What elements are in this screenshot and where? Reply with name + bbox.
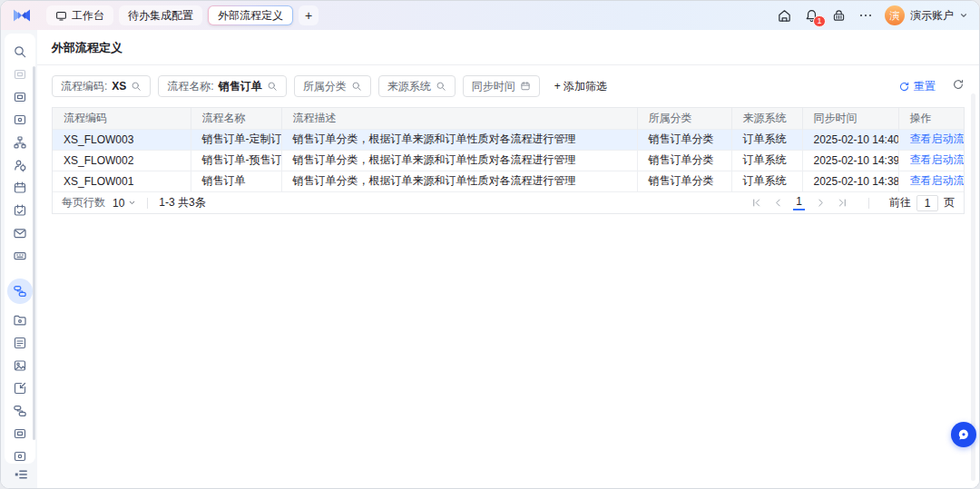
home-icon[interactable]: [776, 7, 792, 24]
tab-label: 工作台: [72, 8, 104, 24]
pager: 1 前往 页: [750, 195, 955, 211]
rows-per-page-label: 每页行数: [62, 195, 105, 210]
search-icon[interactable]: [7, 40, 33, 63]
filter-sync-time[interactable]: 同步时间: [463, 75, 540, 97]
filter-process-name[interactable]: 流程名称: 销售订单: [158, 75, 286, 97]
tab-todo-integration-config[interactable]: 待办集成配置: [119, 5, 202, 25]
view-start-process-link[interactable]: 查看启动流程: [910, 174, 965, 187]
app-window-icon[interactable]: [7, 85, 33, 108]
calendar-icon: [520, 81, 531, 92]
view-start-process-link[interactable]: 查看启动流程: [910, 132, 965, 145]
chevron-down-icon: [959, 11, 968, 20]
goto-page: 前往 页: [889, 195, 955, 211]
more-icon[interactable]: [858, 7, 874, 24]
calendar-check-icon[interactable]: [7, 199, 33, 221]
col-header-category: 所属分类: [637, 108, 731, 129]
app-window-icon[interactable]: [7, 63, 33, 85]
tab-label: 外部流程定义: [218, 8, 283, 24]
user-settings-icon[interactable]: [7, 153, 33, 176]
search-icon: [436, 81, 446, 92]
sidebar-scrollbar[interactable]: [33, 66, 35, 440]
avatar: 演: [885, 5, 905, 25]
filter-toolbar: 流程编码: XS 流程名称: 销售订单 所属分类 来源系统: [37, 65, 979, 107]
pipeline-icon[interactable]: [7, 399, 33, 422]
app-window-icon[interactable]: [7, 422, 33, 445]
basket-icon[interactable]: [830, 7, 847, 24]
table-row[interactable]: XS_FLOW001 销售订单 销售订单分类，根据订单来源和订单性质对各流程进行…: [53, 171, 964, 191]
import-icon[interactable]: [7, 377, 33, 399]
chat-assistant-button[interactable]: [951, 422, 976, 447]
refresh-icon[interactable]: [952, 78, 965, 94]
add-filter-button[interactable]: + 添加筛选: [554, 79, 607, 94]
app-window-icon[interactable]: [7, 445, 33, 467]
user-name: 演示账户: [910, 8, 954, 24]
row-range-label: 1-3 共3条: [159, 195, 205, 210]
search-icon: [131, 81, 142, 92]
image-icon[interactable]: [7, 354, 33, 377]
filter-category[interactable]: 所属分类: [294, 75, 371, 97]
topbar: 工作台 待办集成配置 外部流程定义 + 1: [1, 1, 979, 30]
reset-button[interactable]: 重置: [898, 79, 936, 94]
tab-external-process-definition[interactable]: 外部流程定义: [208, 5, 293, 25]
tab-workbench[interactable]: 工作台: [46, 5, 113, 25]
account-menu[interactable]: 演 演示账户: [885, 5, 968, 25]
notification-badge: 1: [813, 15, 826, 27]
view-start-process-link[interactable]: 查看启动流程: [910, 153, 965, 166]
reset-icon: [898, 81, 910, 93]
filter-process-code[interactable]: 流程编码: XS: [52, 75, 151, 97]
last-page-icon[interactable]: [836, 197, 848, 210]
filter-source-system[interactable]: 来源系统: [378, 75, 456, 97]
col-header-process-desc: 流程描述: [281, 108, 637, 129]
page-unit-label: 页: [944, 195, 955, 210]
calendar-icon[interactable]: [7, 176, 33, 199]
keyboard-icon[interactable]: [7, 244, 33, 267]
next-page-icon[interactable]: [814, 197, 827, 210]
folder-icon[interactable]: [7, 308, 33, 331]
main-scrollbar[interactable]: [971, 93, 975, 481]
pagination-bar: 每页行数 10 1-3 共3条 1: [53, 191, 964, 213]
current-page[interactable]: 1: [793, 195, 805, 210]
notifications-bell-icon[interactable]: 1: [803, 7, 819, 24]
sidebar: [1, 30, 37, 489]
new-tab-button[interactable]: +: [299, 5, 318, 25]
app-body: 外部流程定义 流程编码: XS 流程名称: 销售订单 所属分类: [1, 30, 979, 489]
divider: [147, 198, 148, 209]
form-icon[interactable]: [7, 331, 33, 354]
process-table: 流程编码 流程名称 流程描述 所属分类 来源系统 同步时间 操作 XS_FLOW…: [52, 107, 965, 214]
table-row[interactable]: XS_FLOW002 销售订单-预售订单 销售订单分类，根据订单来源和订单性质对…: [53, 150, 964, 171]
col-header-sync-time: 同步时间: [802, 108, 898, 129]
col-header-process-code: 流程编码: [53, 108, 191, 129]
goto-label: 前往: [889, 195, 911, 210]
main-content: 外部流程定义 流程编码: XS 流程名称: 销售订单 所属分类: [37, 30, 979, 489]
col-header-source-system: 来源系统: [731, 108, 802, 129]
app-window-icon[interactable]: [7, 108, 33, 131]
prev-page-icon[interactable]: [771, 197, 784, 210]
rows-per-page-select[interactable]: 10: [113, 197, 136, 210]
sidebar-panel: [5, 34, 35, 464]
divider: [868, 198, 869, 209]
chevron-down-icon: [128, 199, 136, 207]
search-icon: [351, 81, 362, 92]
goto-page-input[interactable]: [916, 195, 938, 211]
flow-icon[interactable]: [7, 279, 33, 304]
col-header-process-name: 流程名称: [191, 108, 281, 129]
app-window: 工作台 待办集成配置 外部流程定义 + 1: [0, 0, 980, 489]
table-row[interactable]: XS_FLOW003 销售订单-定制订单 销售订单分类，根据订单来源和订单性质对…: [53, 129, 964, 150]
table-header-row: 流程编码 流程名称 流程描述 所属分类 来源系统 同步时间 操作: [53, 108, 964, 129]
page-header: 外部流程定义: [37, 30, 979, 65]
collapse-menu-icon[interactable]: [13, 466, 29, 483]
page-title: 外部流程定义: [52, 41, 122, 54]
first-page-icon[interactable]: [750, 197, 762, 210]
app-logo-icon[interactable]: [12, 7, 32, 24]
chat-icon: [956, 427, 971, 442]
org-chart-icon[interactable]: [7, 131, 33, 153]
mail-icon[interactable]: [7, 221, 33, 244]
tab-label: 待办集成配置: [128, 8, 193, 24]
col-header-actions: 操作: [898, 108, 964, 129]
search-icon: [267, 81, 278, 92]
toolbar-right: 重置: [898, 78, 965, 94]
topbar-right: 1 演 演示账户: [776, 5, 968, 25]
